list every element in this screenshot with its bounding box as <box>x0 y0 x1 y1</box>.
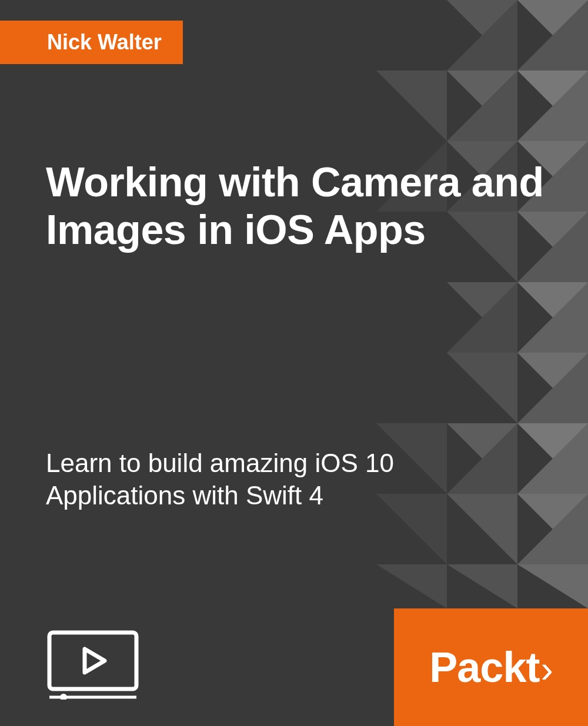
author-badge: Nick Walter <box>0 21 183 64</box>
svg-marker-34 <box>447 564 517 608</box>
svg-marker-5 <box>447 71 517 141</box>
svg-point-39 <box>60 694 67 700</box>
svg-rect-36 <box>49 633 136 689</box>
publisher-badge: Packt › <box>394 608 588 726</box>
chevron-right-icon: › <box>540 647 552 691</box>
svg-marker-19 <box>517 282 588 353</box>
svg-marker-18 <box>447 282 517 353</box>
svg-marker-23 <box>447 353 517 423</box>
course-cover: Nick Walter Working with Camera and Imag… <box>0 0 588 726</box>
svg-marker-31 <box>517 494 588 564</box>
course-subtitle: Learn to build amazing iOS 10 Applicatio… <box>46 447 470 511</box>
svg-marker-33 <box>517 564 588 608</box>
author-name: Nick Walter <box>47 30 162 54</box>
svg-marker-24 <box>517 423 588 494</box>
svg-marker-21 <box>517 353 588 423</box>
video-play-icon <box>46 629 140 700</box>
svg-marker-17 <box>517 282 588 353</box>
svg-marker-37 <box>85 649 105 673</box>
svg-marker-26 <box>517 423 588 494</box>
svg-marker-35 <box>376 564 447 608</box>
svg-marker-4 <box>517 71 588 141</box>
svg-marker-3 <box>517 0 588 71</box>
svg-marker-0 <box>517 0 588 71</box>
svg-marker-8 <box>517 71 588 141</box>
svg-marker-29 <box>517 494 588 564</box>
svg-marker-6 <box>376 71 447 141</box>
publisher-logo: Packt › <box>429 643 552 691</box>
svg-marker-2 <box>447 0 517 71</box>
svg-marker-22 <box>517 353 588 423</box>
course-title: Working with Camera and Images in iOS Ap… <box>46 159 553 253</box>
svg-marker-20 <box>447 282 517 353</box>
publisher-name: Packt <box>429 643 539 691</box>
svg-marker-7 <box>447 71 517 141</box>
svg-marker-1 <box>447 0 517 71</box>
